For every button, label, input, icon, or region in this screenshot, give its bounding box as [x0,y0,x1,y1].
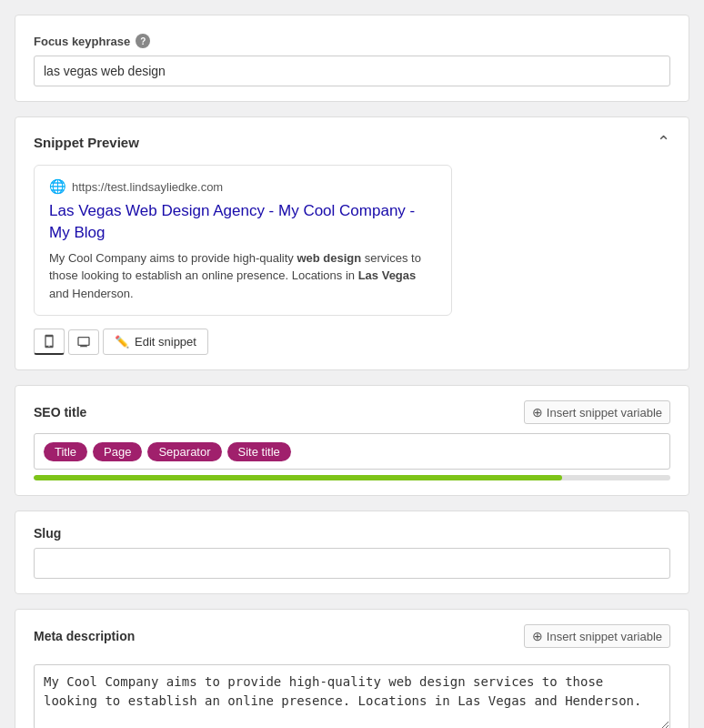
desktop-view-button[interactable] [68,329,99,355]
focus-keyphrase-input[interactable] [34,56,670,86]
snippet-preview-title: Snippet Preview [34,135,139,150]
seo-title-tags-row: Title Page Separator Site title [34,433,670,470]
edit-snippet-label: Edit snippet [135,335,196,349]
plus-circle-icon-meta: ⊕ [532,629,543,643]
globe-icon: 🌐 [49,178,66,195]
plus-circle-icon: ⊕ [532,405,543,420]
slug-input[interactable] [34,548,670,579]
pencil-icon: ✏️ [115,335,129,349]
snippet-link[interactable]: Las Vegas Web Design Agency - My Cool Co… [49,200,437,244]
snippet-description: My Cool Company aims to provide high-qua… [49,249,437,303]
focus-keyphrase-section: Focus keyphrase ? [15,15,689,102]
meta-insert-variable-label: Insert snippet variable [547,630,662,643]
seo-title-progress-bar [34,475,562,480]
meta-description-header: Meta description ⊕ Insert snippet variab… [34,624,670,648]
focus-keyphrase-help-icon[interactable]: ? [136,34,150,48]
snippet-url-row: 🌐 https://test.lindsayliedke.com [49,178,437,195]
meta-description-insert-variable-button[interactable]: ⊕ Insert snippet variable [524,624,670,648]
insert-variable-label: Insert snippet variable [547,406,662,420]
tag-site-title[interactable]: Site title [227,442,291,461]
tag-separator[interactable]: Separator [147,442,221,461]
meta-description-textarea[interactable]: My Cool Company aims to provide high-qua… [34,664,670,728]
slug-label: Slug [34,526,670,541]
mobile-view-button[interactable] [34,329,65,355]
edit-snippet-button[interactable]: ✏️ Edit snippet [103,329,208,355]
snippet-preview-section: Snippet Preview ⌃ 🌐 https://test.lindsay… [15,116,689,370]
meta-description-section: Meta description ⊕ Insert snippet variab… [15,609,689,728]
focus-keyphrase-label: Focus keyphrase ? [34,34,670,48]
meta-description-label: Meta description [34,629,135,643]
seo-title-label: SEO title [34,405,86,420]
snippet-url: https://test.lindsayliedke.com [72,180,223,194]
slug-section: Slug [15,511,689,594]
snippet-preview-header: Snippet Preview ⌃ [34,132,670,152]
snippet-controls: ✏️ Edit snippet [34,329,670,355]
focus-keyphrase-text: Focus keyphrase [34,35,130,48]
seo-title-insert-variable-button[interactable]: ⊕ Insert snippet variable [524,400,670,424]
tag-page[interactable]: Page [93,442,142,461]
snippet-preview-box: 🌐 https://test.lindsayliedke.com Las Veg… [34,165,452,316]
seo-title-progress-bar-wrap [34,475,670,480]
seo-title-header: SEO title ⊕ Insert snippet variable [34,400,670,424]
seo-title-section: SEO title ⊕ Insert snippet variable Titl… [15,385,689,496]
tag-title[interactable]: Title [44,442,87,461]
snippet-preview-toggle-icon[interactable]: ⌃ [657,132,670,152]
